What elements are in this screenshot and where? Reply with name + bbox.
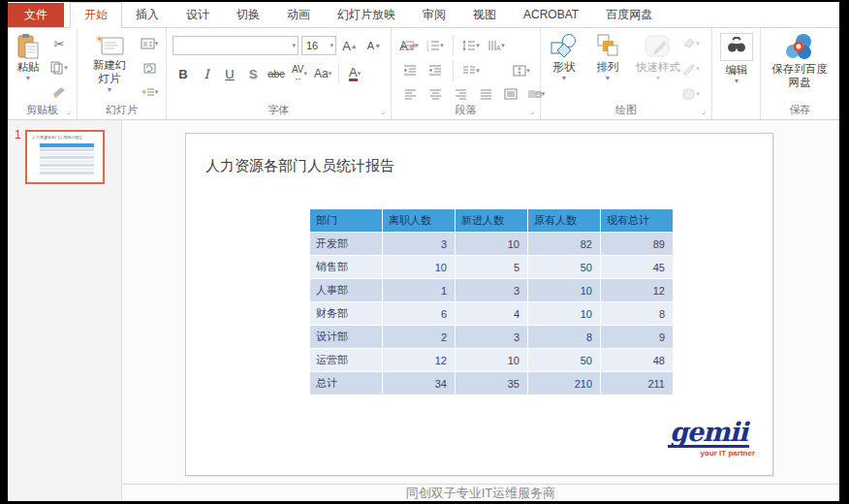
table-cell: 1 — [383, 279, 455, 301]
table-row: 财务部64108 — [310, 302, 673, 325]
cut-button[interactable]: ✂ — [48, 34, 70, 53]
table-cell: 10 — [383, 256, 455, 278]
arrange-label: 排列 — [597, 60, 619, 74]
table-cell: 人事部 — [310, 279, 382, 301]
arrange-button[interactable]: 排列 ▼ — [587, 33, 628, 81]
tab-动画[interactable]: 动画 — [273, 3, 324, 27]
save-group-label: 保存 — [761, 103, 839, 117]
change-case-button[interactable]: Aa▾ — [312, 64, 333, 83]
shape-fill-button[interactable]: ▾ — [680, 34, 702, 53]
logo-brand-text: gemii — [668, 420, 749, 448]
paragraph-dialog-launcher[interactable]: ⌟ — [527, 107, 537, 116]
align-center-button[interactable] — [424, 84, 446, 104]
justify-button[interactable] — [475, 84, 496, 104]
shape-outline-button[interactable]: ▾ — [680, 59, 702, 79]
table-header-cell: 离职人数 — [383, 209, 455, 232]
table-cell: 35 — [456, 372, 527, 394]
distribute-button[interactable] — [500, 84, 521, 104]
powerpoint-window: 文件开始插入设计切换动画幻灯片放映审阅视图ACROBAT百度网盘 粘贴 ▼ ✂ — [8, 2, 839, 500]
font-dialog-launcher[interactable]: ⌟ — [378, 107, 388, 116]
table-cell: 销售部 — [310, 256, 382, 278]
table-cell: 211 — [601, 372, 673, 394]
tab-审阅[interactable]: 审阅 — [409, 3, 459, 27]
quick-styles-label: 快速样式 — [636, 60, 680, 74]
tab-插入[interactable]: 插入 — [122, 3, 173, 27]
tab-视图[interactable]: 视图 — [459, 3, 510, 27]
tab-设计[interactable]: 设计 — [173, 3, 223, 27]
character-spacing-button[interactable]: AV↔▾ — [289, 64, 310, 83]
font-color-button[interactable]: A ▾ — [344, 64, 365, 83]
edit-label: 编辑 — [726, 63, 748, 77]
strikethrough-button[interactable]: abc — [266, 64, 287, 83]
shape-effects-button[interactable]: ▾ — [680, 84, 702, 104]
shrink-font-button[interactable]: A▼ — [363, 36, 385, 55]
tab-幻灯片放映[interactable]: 幻灯片放映 — [324, 3, 409, 27]
table-cell: 89 — [601, 233, 673, 255]
font-size-combo[interactable]: 16 ▾ — [301, 36, 336, 55]
align-text-button[interactable]: ▾ — [511, 61, 532, 80]
tab-切换[interactable]: 切换 — [223, 3, 273, 27]
slide-canvas[interactable]: 人力资源各部门人员统计报告 部门离职人数新进人数原有人数现有总计 开发部3108… — [185, 133, 773, 476]
drawing-dialog-launcher[interactable]: ⌟ — [699, 107, 708, 116]
tab-百度网盘[interactable]: 百度网盘 — [592, 3, 666, 27]
shape-effects-icon — [682, 88, 696, 100]
notes-pane[interactable]: 同创双子专业IT运维服务商 — [122, 484, 839, 502]
underline-button[interactable]: U — [219, 64, 240, 83]
table-cell: 12 — [383, 349, 455, 371]
group-slides: ✶ 新建幻灯片 ▼ ▾ — [78, 28, 167, 119]
decrease-indent-button[interactable] — [399, 61, 421, 80]
thumbnail-table — [40, 143, 94, 174]
justify-icon — [480, 89, 492, 100]
increase-indent-button[interactable] — [424, 61, 446, 80]
line-spacing-button[interactable]: ▾ — [460, 36, 482, 55]
smartart-icon — [527, 88, 542, 100]
save-to-baidu-button[interactable]: 保存到百度网盘 — [770, 33, 829, 89]
paste-button[interactable]: 粘贴 ▼ — [12, 33, 45, 101]
statistics-table[interactable]: 部门离职人数新进人数原有人数现有总计 开发部3108289销售部1055045人… — [309, 208, 674, 395]
table-cell: 4 — [456, 302, 527, 325]
section-button[interactable]: ✶ ▾ — [139, 82, 160, 102]
numbering-button[interactable]: 1 2 3 ▾ — [424, 36, 446, 55]
text-shadow-button[interactable]: S — [242, 64, 264, 83]
reset-slide-button[interactable] — [139, 58, 160, 78]
group-paragraph: ▾ 1 2 3 ▾ ▾ — [392, 28, 541, 119]
copy-button[interactable]: ▾ — [48, 58, 70, 78]
new-slide-dropdown-arrow: ▼ — [107, 86, 113, 93]
layout-button[interactable]: ▾ — [139, 34, 160, 53]
bullets-button[interactable]: ▾ — [399, 36, 421, 55]
grow-font-button[interactable]: A▲ — [339, 36, 361, 55]
arrange-icon — [595, 33, 620, 60]
company-logo[interactable]: gemii your IT partner — [658, 420, 759, 457]
quick-styles-button[interactable]: 快速样式 ▼ — [632, 33, 684, 81]
slide-title[interactable]: 人力资源各部门人员统计报告 — [205, 157, 394, 175]
tab-ACROBAT[interactable]: ACROBAT — [510, 3, 592, 27]
align-right-icon — [455, 89, 467, 100]
columns-button[interactable]: ▾ — [460, 61, 482, 80]
main-content: 1 人力资源各部门人员统计报告 人力资源各部门人员统计报告 部门离职人数新进人数… — [8, 120, 839, 501]
italic-button[interactable]: I — [196, 64, 217, 83]
svg-text:3: 3 — [426, 47, 429, 51]
bold-button[interactable]: B — [173, 64, 194, 83]
new-slide-button[interactable]: ✶ 新建幻灯片 ▼ — [83, 33, 136, 93]
table-cell: 运营部 — [310, 349, 382, 371]
tab-开始[interactable]: 开始 — [70, 2, 122, 28]
table-cell: 10 — [456, 233, 527, 255]
clipboard-dialog-launcher[interactable]: ⌟ — [64, 107, 74, 116]
text-direction-button[interactable]: A ▾ — [486, 36, 507, 55]
edit-button[interactable]: 编辑 ▼ — [719, 33, 754, 84]
columns-icon — [462, 65, 476, 77]
slide-thumbnail[interactable]: 人力资源各部门人员统计报告 — [25, 130, 105, 184]
paste-dropdown-arrow: ▼ — [25, 75, 32, 81]
align-right-button[interactable] — [450, 84, 471, 104]
align-left-icon — [404, 89, 417, 100]
shapes-button[interactable]: 形状 ▼ — [545, 33, 583, 81]
numbering-icon: 1 2 3 — [426, 40, 440, 51]
tab-文件[interactable]: 文件 — [8, 3, 64, 27]
font-name-combo[interactable]: ▾ — [173, 36, 299, 55]
table-cell: 48 — [601, 349, 673, 371]
distribute-icon — [504, 88, 518, 100]
group-font: ▾ 16 ▾ A▲ A▼ A B I U S abc — [167, 28, 392, 119]
align-left-button[interactable] — [399, 84, 421, 104]
format-painter-button[interactable] — [48, 82, 70, 102]
baidu-netdisk-icon — [783, 33, 816, 62]
